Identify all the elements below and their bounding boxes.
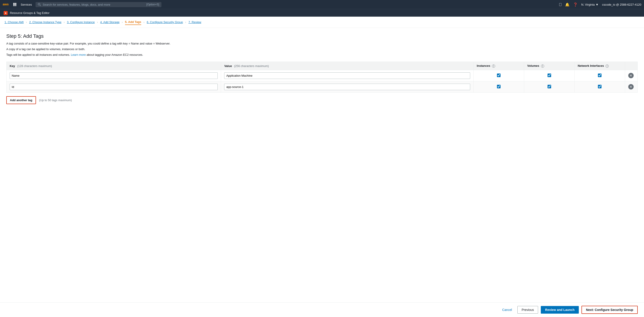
volumes-info-icon[interactable]: i	[541, 64, 544, 68]
help-icon[interactable]: ❓	[573, 2, 578, 7]
tag-instances-cell-2	[474, 81, 524, 92]
svg-rect-4	[13, 4, 14, 6]
steps-nav: 1. Choose AMI › 2. Choose Instance Type …	[0, 17, 644, 28]
tag-instances-checkbox-1[interactable]	[497, 74, 500, 77]
grid-icon[interactable]	[12, 2, 17, 7]
search-input[interactable]	[43, 3, 144, 6]
col-key-header: Key (128 characters maximum)	[6, 62, 221, 70]
description-3: Tags will be applied to all instances an…	[6, 52, 638, 57]
svg-rect-1	[13, 3, 14, 4]
add-tag-row: Add another tag (Up to 50 tags maximum)	[6, 96, 638, 104]
add-tag-hint: (Up to 50 tags maximum)	[39, 98, 72, 102]
table-row: ✕	[6, 81, 638, 92]
search-icon	[38, 3, 41, 6]
step-choose-instance[interactable]: 2. Choose Instance Type	[29, 20, 62, 25]
tag-network-checkbox-2[interactable]	[598, 85, 602, 88]
search-shortcut: [Option+S]	[146, 3, 159, 6]
col-volumes-header: Volumes i	[524, 62, 574, 70]
region-selector[interactable]: N. Virginia ▼	[581, 3, 598, 6]
instances-info-icon[interactable]: i	[492, 64, 495, 68]
step-configure-security[interactable]: 6. Configure Security Group	[146, 20, 183, 25]
svg-text:aws: aws	[3, 2, 9, 6]
description-2: A copy of a tag can be applied to volume…	[6, 47, 638, 52]
learn-more-link[interactable]: Learn more	[71, 53, 86, 56]
tag-value-cell-2	[221, 81, 474, 92]
tag-volumes-cell-2	[524, 81, 574, 92]
step-add-tags[interactable]: 5. Add Tags	[125, 19, 141, 25]
nav-right: ⎕ 🔔 ❓ N. Virginia ▼ cscode_io @ 2588-622…	[559, 2, 641, 7]
rg-icon: ■	[4, 11, 8, 15]
account-menu[interactable]: cscode_io @ 2588-6227-4120	[602, 3, 641, 6]
tag-key-cell-1	[6, 70, 221, 81]
svg-rect-5	[14, 4, 16, 6]
tag-instances-cell-1	[474, 70, 524, 81]
svg-line-11	[40, 5, 41, 6]
search-bar[interactable]: [Option+S]	[36, 2, 162, 7]
col-value-header: Value (256 characters maximum)	[221, 62, 474, 70]
tag-remove-button-1[interactable]: ✕	[628, 73, 634, 78]
svg-rect-2	[14, 3, 16, 4]
aws-logo[interactable]: aws	[3, 2, 10, 7]
tag-key-input-1[interactable]	[10, 72, 218, 79]
tag-volumes-checkbox-2[interactable]	[548, 85, 551, 88]
main-content: Step 5: Add Tags A tag consists of a cas…	[0, 28, 644, 110]
tag-network-cell-1	[574, 70, 625, 81]
tag-network-cell-2	[574, 81, 625, 92]
resource-groups-label: Resource Groups & Tag Editor	[10, 11, 50, 14]
services-link[interactable]: Services	[19, 2, 34, 7]
tag-key-cell-2	[6, 81, 221, 92]
tag-volumes-cell-1	[524, 70, 574, 81]
svg-point-10	[38, 3, 40, 5]
network-info-icon[interactable]: i	[606, 64, 609, 68]
tags-table: Key (128 characters maximum) Value (256 …	[6, 62, 638, 93]
tag-value-cell-1	[221, 70, 474, 81]
tag-remove-cell-2: ✕	[625, 81, 638, 92]
step-configure-instance[interactable]: 3. Configure Instance	[67, 20, 95, 25]
tag-value-input-1[interactable]	[224, 72, 470, 79]
table-row: ✕	[6, 70, 638, 81]
svg-rect-6	[16, 4, 16, 6]
tag-instances-checkbox-2[interactable]	[497, 85, 500, 88]
second-nav: ■ Resource Groups & Tag Editor	[0, 9, 644, 17]
svg-rect-3	[16, 3, 16, 4]
tag-volumes-checkbox-1[interactable]	[548, 74, 551, 77]
col-network-header: Network Interfaces i	[574, 62, 625, 70]
tag-remove-cell-1: ✕	[625, 70, 638, 81]
svg-rect-9	[16, 6, 16, 6]
step-choose-ami[interactable]: 1. Choose AMI	[4, 20, 24, 25]
top-nav: aws Services [Option+S] ⎕ 🔔 ❓ N. Virgini…	[0, 0, 644, 9]
bell-icon[interactable]: 🔔	[565, 2, 570, 7]
step-review[interactable]: 7. Review	[188, 20, 201, 25]
add-another-tag-button[interactable]: Add another tag	[6, 96, 36, 104]
tag-value-input-2[interactable]	[224, 84, 470, 90]
tag-network-checkbox-1[interactable]	[598, 74, 602, 77]
tag-remove-button-2[interactable]: ✕	[628, 84, 634, 90]
description-1: A tag consists of a case-sensitive key-v…	[6, 41, 638, 46]
svg-rect-7	[13, 6, 14, 6]
svg-rect-8	[14, 6, 16, 6]
terminal-icon[interactable]: ⎕	[559, 2, 562, 6]
step-add-storage[interactable]: 4. Add Storage	[100, 20, 120, 25]
tag-key-input-2[interactable]	[10, 84, 218, 90]
col-remove-header	[625, 62, 638, 70]
page-title: Step 5: Add Tags	[6, 33, 638, 39]
col-instances-header: Instances i	[474, 62, 524, 70]
